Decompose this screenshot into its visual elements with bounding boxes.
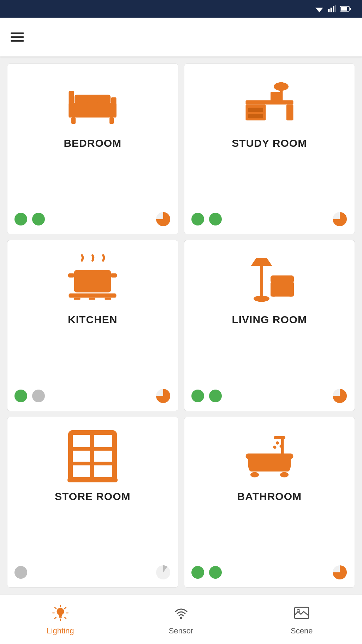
svg-rect-22 (248, 114, 263, 118)
svg-rect-8 (341, 7, 347, 11)
svg-rect-27 (271, 92, 280, 101)
svg-rect-9 (350, 8, 351, 10)
svg-line-65 (55, 607, 56, 609)
bathroom-pie[interactable] (332, 565, 348, 580)
svg-rect-49 (94, 462, 114, 465)
svg-rect-31 (111, 273, 117, 278)
svg-rect-32 (69, 294, 117, 298)
svg-rect-3 (328, 9, 330, 12)
svg-rect-40 (271, 276, 294, 283)
svg-line-68 (55, 617, 56, 619)
svg-line-66 (65, 617, 66, 619)
svg-rect-11 (69, 91, 74, 118)
svg-point-54 (280, 472, 289, 477)
store-room-icon (64, 428, 121, 484)
signal-icon (328, 5, 336, 12)
store-room-name: STORE ROOM (55, 490, 130, 502)
svg-rect-46 (71, 447, 90, 451)
lighting-nav-icon (51, 604, 70, 624)
svg-rect-12 (111, 97, 117, 118)
living-room-icon (241, 251, 298, 307)
kitchen-footer (14, 385, 171, 404)
svg-rect-19 (245, 100, 293, 104)
bedroom-dots (14, 213, 45, 225)
svg-point-59 (273, 445, 276, 449)
kitchen-icon (64, 251, 121, 307)
study-room-icon (241, 74, 298, 131)
living-room-name: LIVING ROOM (232, 314, 307, 326)
light-dot-1 (209, 390, 222, 402)
svg-rect-29 (74, 270, 111, 293)
nav-item-scene[interactable]: Scene (241, 604, 362, 636)
study-room-footer (191, 208, 348, 227)
study-room-name: STUDY ROOM (232, 137, 307, 149)
bathroom-footer (191, 561, 348, 580)
room-card-living-room[interactable]: LIVING ROOM (184, 240, 355, 411)
svg-rect-72 (59, 617, 62, 618)
svg-rect-4 (331, 8, 332, 12)
svg-rect-35 (105, 298, 111, 300)
bathroom-name: BATHROOM (237, 490, 302, 502)
svg-point-69 (57, 608, 64, 615)
study-room-dots (191, 213, 222, 225)
room-card-kitchen[interactable]: KITCHEN (7, 240, 178, 411)
svg-rect-17 (109, 118, 114, 124)
header (0, 18, 362, 56)
nav-item-lighting[interactable]: Lighting (0, 604, 121, 636)
svg-rect-30 (68, 273, 75, 278)
living-room-pie[interactable] (332, 388, 348, 404)
living-room-footer (191, 385, 348, 404)
status-bar (0, 0, 362, 18)
sensor-nav-label: Sensor (169, 626, 194, 636)
svg-rect-34 (89, 298, 95, 300)
svg-point-26 (278, 82, 284, 87)
svg-rect-21 (248, 108, 263, 112)
kitchen-name: KITCHEN (68, 314, 117, 326)
room-card-bathroom[interactable]: BATHROOM (184, 417, 355, 588)
room-card-study-room[interactable]: STUDY ROOM (184, 64, 355, 234)
battery-icon (340, 6, 351, 12)
bathroom-icon (241, 428, 298, 484)
svg-rect-23 (286, 104, 293, 120)
room-card-bedroom[interactable]: BEDROOM (7, 64, 178, 234)
room-card-store-room[interactable]: STORE ROOM (7, 417, 178, 588)
bedroom-pie[interactable] (155, 211, 171, 227)
living-room-dots (191, 390, 222, 402)
svg-rect-47 (71, 462, 90, 465)
light-dot-0 (14, 390, 27, 402)
light-dot-0 (191, 566, 204, 579)
svg-rect-6 (335, 5, 336, 12)
store-room-pie[interactable] (155, 565, 171, 580)
svg-point-73 (180, 617, 182, 619)
study-room-pie[interactable] (332, 211, 348, 227)
sensor-nav-icon (172, 604, 190, 624)
kitchen-pie[interactable] (155, 388, 171, 404)
svg-line-67 (65, 607, 66, 609)
svg-rect-45 (90, 432, 94, 479)
svg-point-38 (254, 296, 269, 302)
light-dot-0 (14, 566, 27, 579)
light-dot-1 (209, 213, 222, 225)
svg-rect-56 (274, 436, 285, 439)
bedroom-footer (14, 208, 171, 227)
svg-rect-33 (74, 298, 81, 300)
bedroom-icon (64, 74, 121, 131)
menu-button[interactable] (11, 32, 24, 42)
light-dot-1 (32, 390, 45, 402)
svg-rect-5 (333, 6, 334, 12)
scene-nav-label: Scene (291, 626, 313, 636)
lighting-nav-label: Lighting (47, 626, 74, 636)
kitchen-dots (14, 390, 45, 402)
bathroom-dots (191, 566, 222, 579)
light-dot-1 (209, 566, 222, 579)
nav-item-sensor[interactable]: Sensor (121, 604, 242, 636)
svg-rect-42 (289, 282, 294, 297)
svg-rect-52 (245, 453, 293, 459)
svg-point-57 (276, 441, 279, 444)
svg-point-53 (250, 472, 259, 477)
svg-rect-16 (71, 118, 76, 124)
light-dot-0 (14, 213, 27, 225)
svg-rect-10 (69, 103, 117, 118)
room-grid: BEDROOM (0, 56, 362, 595)
light-dot-0 (191, 390, 204, 402)
